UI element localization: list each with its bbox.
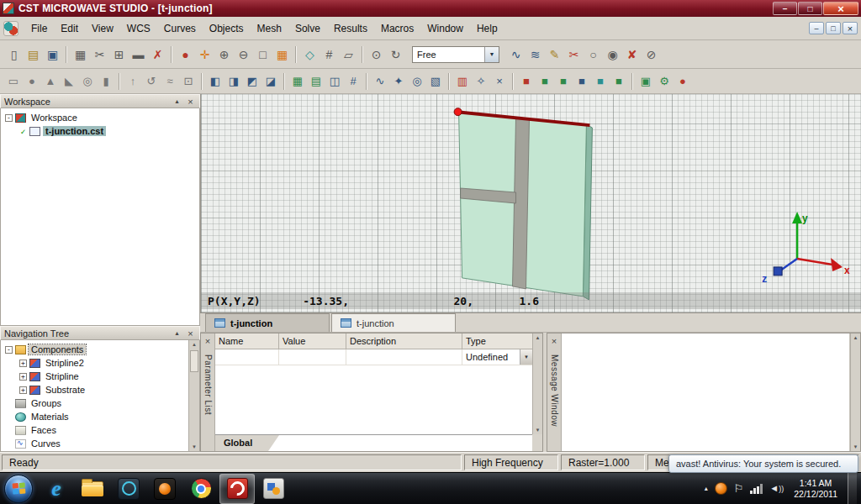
menu-item[interactable]: Edit xyxy=(54,19,85,38)
mdi-restore-button[interactable] xyxy=(826,22,841,34)
menu-item[interactable]: Results xyxy=(327,19,374,38)
menu-item[interactable]: View xyxy=(85,19,120,38)
smith-chart-icon[interactable]: ◎ xyxy=(408,72,426,91)
param-description-cell[interactable] xyxy=(346,349,462,365)
bounding-box-icon[interactable]: ▱ xyxy=(339,45,358,64)
workplane-icon[interactable]: ◇ xyxy=(300,45,320,64)
start-simulation-icon[interactable]: ● xyxy=(673,72,692,91)
mesh-cells-icon[interactable]: ◫ xyxy=(325,72,344,91)
menu-item[interactable]: Macros xyxy=(374,19,420,38)
sphere-icon[interactable]: ● xyxy=(23,72,41,91)
open-file-icon[interactable]: ▤ xyxy=(24,45,43,64)
edit-object-icon[interactable]: ✎ xyxy=(545,45,564,64)
view-tab-schematic[interactable]: t-junction xyxy=(331,313,456,332)
modeler-3d-viewport[interactable]: y x z P(X,Y,Z) -13.35, 20, 1.6 xyxy=(200,94,861,312)
grid-settings-icon[interactable]: ▦ xyxy=(272,45,292,64)
menu-item[interactable]: Help xyxy=(470,19,504,38)
param-name-cell[interactable] xyxy=(215,349,279,365)
menu-item[interactable]: Objects xyxy=(203,19,251,38)
show-desktop-button[interactable] xyxy=(848,473,857,504)
navigation-scrollbar[interactable] xyxy=(188,340,199,451)
print-icon[interactable]: ▦ xyxy=(71,45,90,64)
param-type-cell[interactable]: Undefined xyxy=(462,349,532,365)
history-list-icon[interactable]: ≋ xyxy=(526,45,545,64)
pick-mode-dropdown[interactable]: Free xyxy=(412,46,499,63)
menu-item[interactable]: File xyxy=(24,19,54,38)
lumped-element-icon[interactable]: ■ xyxy=(610,72,628,91)
menu-item[interactable]: WCS xyxy=(120,19,157,38)
volume-icon[interactable] xyxy=(769,484,784,493)
mesh-properties-icon[interactable]: ▤ xyxy=(307,72,325,91)
close-button[interactable] xyxy=(823,2,858,15)
tree-item-stripline[interactable]: + Stripline xyxy=(1,370,188,383)
tree-expander[interactable]: + xyxy=(19,373,27,381)
tree-expander[interactable]: - xyxy=(5,346,13,354)
pin-panel-icon[interactable] xyxy=(172,328,182,339)
abort-icon[interactable]: ✘ xyxy=(622,45,642,64)
rotate-face-icon[interactable]: ↺ xyxy=(142,72,161,91)
extrude-icon[interactable]: ↑ xyxy=(124,72,142,91)
zoom-in-icon[interactable]: ⊕ xyxy=(214,45,234,64)
taskbar-media-center[interactable] xyxy=(111,474,146,504)
tree-expander[interactable]: - xyxy=(5,114,13,122)
taskbar-cst-studio-active[interactable] xyxy=(219,474,255,504)
3d-model-view[interactable]: y x z xyxy=(201,94,861,312)
navigation-panel-header[interactable]: Navigation Tree xyxy=(0,326,200,340)
background-material-icon[interactable]: ▣ xyxy=(637,72,655,91)
zoom-window-icon[interactable]: □ xyxy=(253,45,272,64)
restore-button[interactable] xyxy=(798,2,822,15)
new-file-icon[interactable]: ▯ xyxy=(4,45,24,64)
start-button[interactable] xyxy=(4,475,33,503)
cut-icon[interactable]: ✂ xyxy=(90,45,109,64)
discrete-port-icon[interactable]: ■ xyxy=(536,72,554,91)
tree-item-substrate[interactable]: + Substrate xyxy=(1,383,188,396)
loft-icon[interactable]: ≈ xyxy=(161,72,179,91)
redraw-icon[interactable]: ● xyxy=(176,45,195,64)
mdi-close-button[interactable] xyxy=(843,22,858,34)
trim-shape-icon[interactable]: ✂ xyxy=(564,45,584,64)
mesh-view-icon[interactable]: ▦ xyxy=(288,72,307,91)
taskbar-chrome[interactable] xyxy=(183,474,219,504)
param-value-cell[interactable] xyxy=(279,349,346,365)
raster-snap-icon[interactable]: # xyxy=(320,45,339,64)
waveguide-port-icon[interactable]: ■ xyxy=(517,72,536,91)
close-parameter-list-icon[interactable] xyxy=(203,335,214,346)
tree-expander[interactable]: ✓ xyxy=(19,128,27,135)
tree-item-groups[interactable]: Groups xyxy=(1,396,188,410)
align-face-icon[interactable]: ◩ xyxy=(243,72,261,91)
taskbar-internet-explorer[interactable]: e xyxy=(39,474,74,504)
message-scrollbar[interactable] xyxy=(850,333,860,451)
taskbar-media-player[interactable] xyxy=(147,474,182,504)
torus-icon[interactable]: ◎ xyxy=(78,72,97,91)
avast-notification[interactable]: avast! Antivirus: Your system is secured… xyxy=(668,454,858,473)
mirror-x-icon[interactable]: ◧ xyxy=(206,72,224,91)
tree-expander[interactable]: + xyxy=(19,360,27,367)
solver-settings-icon[interactable]: ⚙ xyxy=(655,72,673,91)
snapshot-icon[interactable]: ◉ xyxy=(603,45,622,64)
shell-solid-icon[interactable]: ⊡ xyxy=(179,72,198,91)
result-template-icon[interactable]: ▧ xyxy=(426,72,445,91)
rotate-view-icon[interactable]: ↻ xyxy=(386,45,405,64)
save-icon[interactable]: ▣ xyxy=(43,45,62,64)
menu-item[interactable]: Window xyxy=(420,19,470,38)
menu-item[interactable]: Curves xyxy=(157,19,203,38)
library-icon[interactable]: ▥ xyxy=(453,72,472,91)
tree-item-stripline2[interactable]: + Stripline2 xyxy=(1,356,188,370)
disable-icon[interactable]: ⊘ xyxy=(642,45,661,64)
network-signal-icon[interactable] xyxy=(750,484,763,494)
pin-panel-icon[interactable] xyxy=(172,96,182,107)
menu-item[interactable]: Mesh xyxy=(251,19,288,38)
delete-icon[interactable]: ✗ xyxy=(148,45,167,64)
mirror-y-icon[interactable]: ◨ xyxy=(224,72,243,91)
brick-icon[interactable]: ▭ xyxy=(4,72,23,91)
close-workspace-icon[interactable] xyxy=(185,96,196,107)
menu-item[interactable]: Solve xyxy=(288,19,327,38)
copy-icon[interactable]: ⊞ xyxy=(109,45,129,64)
avast-tray-icon[interactable] xyxy=(715,482,727,495)
cylinder-icon[interactable]: ▮ xyxy=(97,72,115,91)
tree-item-workspace-root[interactable]: - Workspace xyxy=(1,111,199,124)
close-navigation-icon[interactable] xyxy=(185,328,196,339)
probe-icon[interactable]: ■ xyxy=(554,72,573,91)
taskbar-clock[interactable]: 1:41 AM 22/12/2011 xyxy=(790,478,841,500)
close-message-window-icon[interactable] xyxy=(549,335,560,346)
